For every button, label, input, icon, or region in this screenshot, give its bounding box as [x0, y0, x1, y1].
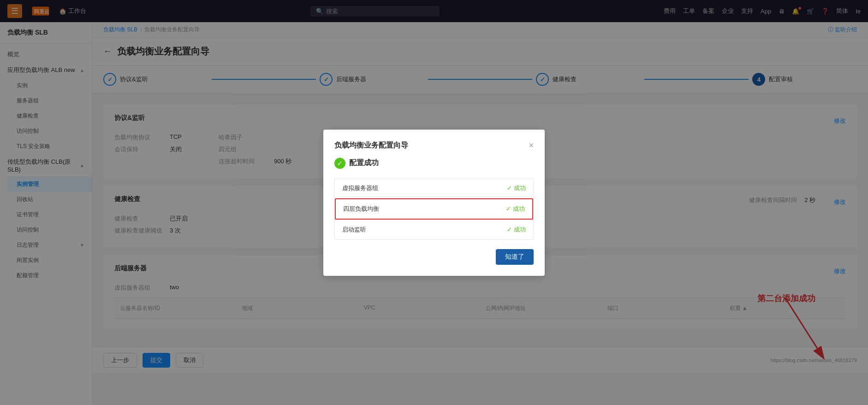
modal-row-layer4-status: ✓ 成功 [506, 205, 525, 213]
modal-row-listen-label: 启动监听 [342, 226, 507, 234]
modal-close-button[interactable]: × [529, 141, 534, 150]
modal-row-vserver: 虚拟服务器组 ✓ 成功 [335, 179, 533, 198]
modal-row-layer4: 四层负载均衡 ✓ 成功 [335, 198, 533, 220]
modal-footer: 知道了 [334, 249, 534, 265]
modal-dialog: 负载均衡业务配置向导 × ✓ 配置成功 虚拟服务器组 ✓ 成功 四层负载均衡 ✓… [323, 130, 545, 276]
modal-header: 负载均衡业务配置向导 × [334, 141, 534, 150]
success-title: 配置成功 [349, 158, 379, 168]
success-icon: ✓ [334, 158, 345, 169]
modal-row-vserver-status: ✓ 成功 [507, 184, 526, 192]
confirm-button[interactable]: 知道了 [496, 249, 534, 265]
modal-row-listen: 启动监听 ✓ 成功 [335, 220, 533, 239]
modal-row-listen-status: ✓ 成功 [507, 226, 526, 234]
modal-title: 负载均衡业务配置向导 [334, 141, 408, 150]
modal-row-vserver-label: 虚拟服务器组 [342, 184, 507, 192]
modal-overlay: 负载均衡业务配置向导 × ✓ 配置成功 虚拟服务器组 ✓ 成功 四层负载均衡 ✓… [0, 0, 868, 405]
modal-row-layer4-label: 四层负载均衡 [343, 205, 506, 213]
modal-success-header: ✓ 配置成功 [334, 158, 534, 169]
modal-table-wrapper: 虚拟服务器组 ✓ 成功 四层负载均衡 ✓ 成功 启动监听 ✓ 成功 [334, 178, 534, 240]
